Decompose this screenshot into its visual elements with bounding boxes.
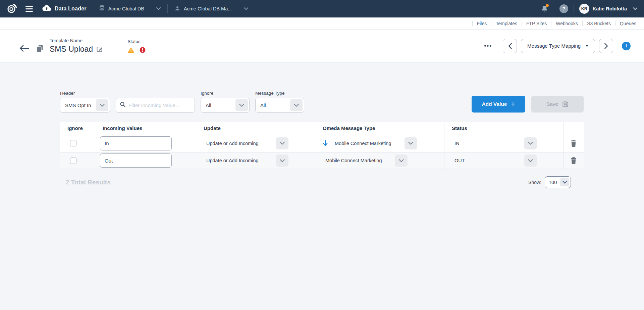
incoming-value-input[interactable] [100, 136, 172, 150]
chevron-down-icon [276, 154, 288, 167]
search-input[interactable] [128, 102, 191, 108]
subnav-item-queues[interactable]: Queues [615, 21, 641, 26]
template-name: SMS Upload [50, 45, 93, 54]
ignore-checkbox[interactable] [70, 158, 76, 164]
page-header: Template Name SMS Upload Status [0, 30, 644, 62]
header-filter-select[interactable]: SMS Opt In [60, 98, 110, 113]
app-title: Data Loader [55, 6, 87, 12]
table-footer: 2 Total Results Show: 100 [60, 176, 584, 188]
message-type-filter-field: Message Type All [255, 91, 304, 113]
info-icon[interactable]: i [622, 42, 631, 50]
search-field-wrap [116, 98, 195, 113]
notifications-button[interactable] [541, 5, 548, 13]
save-icon [562, 101, 569, 107]
ignore-filter-field: Ignore All [201, 91, 250, 113]
subnav-item-webhooks[interactable]: Webhooks [551, 21, 582, 26]
table-header-row: Ignore Incoming Values Update Omeda Mess… [60, 122, 584, 134]
subnav-item-s3-buckets[interactable]: S3 Buckets [582, 21, 615, 26]
chevron-down-icon [560, 178, 569, 186]
col-header-update: Update [196, 122, 315, 134]
delete-row-button[interactable] [570, 139, 577, 147]
mapped-arrow-icon [323, 140, 328, 146]
template-name-block: Template Name SMS Upload [50, 38, 103, 54]
notification-dot [546, 4, 549, 7]
help-button[interactable]: ? [559, 4, 568, 13]
omeda-message-type-select[interactable]: Mobile Connect Marketing [335, 137, 417, 149]
save-button[interactable]: Save [531, 96, 584, 113]
search-icon [120, 102, 125, 108]
page-size-select[interactable]: 100 [545, 176, 571, 188]
more-actions-button[interactable]: ••• [484, 43, 492, 49]
chevron-down-icon [156, 7, 161, 10]
warning-icon[interactable] [127, 47, 135, 53]
chevron-down-icon [395, 154, 408, 167]
update-select[interactable]: Update or Add Incoming [206, 137, 288, 149]
omeda-message-type-select[interactable]: Mobile Connect Marketing [325, 154, 408, 167]
status-block: Status [127, 39, 146, 53]
update-select[interactable]: Update or Add Incoming [206, 154, 288, 167]
chevron-down-icon [405, 137, 417, 149]
caret-down-icon: ▼ [585, 44, 589, 48]
chevron-down-icon [524, 137, 537, 149]
show-label: Show: [528, 180, 541, 185]
main-content: Header SMS Opt In Ignore All [60, 91, 584, 188]
step-dropdown[interactable]: Message Type Mapping ▼ [521, 39, 595, 53]
user-name: Katie Robilotta [593, 6, 627, 11]
col-header-incoming-values: Incoming Values [95, 122, 196, 134]
subnav-item-ftp-sites[interactable]: FTP Sites [522, 21, 551, 26]
status-select[interactable]: IN [454, 137, 537, 149]
incoming-value-input[interactable] [100, 153, 172, 168]
menu-icon[interactable] [25, 6, 33, 12]
topbar: Data Loader Acme Global DB Acme Global D… [0, 0, 644, 17]
ignore-filter-label: Ignore [201, 91, 250, 96]
total-results: 2 Total Results [66, 179, 111, 186]
divider [554, 4, 554, 13]
add-value-button[interactable]: Add Value + [472, 96, 525, 113]
cloud-upload-icon [42, 4, 51, 13]
error-icon[interactable] [140, 47, 146, 53]
col-header-omeda-message-type: Omeda Message Type [315, 122, 444, 134]
table-row: Update or Add Incoming Mobile Connect Ma… [60, 134, 584, 152]
col-header-actions [564, 122, 584, 134]
table-row: Update or Add Incoming Mobile Connect Ma… [60, 152, 584, 169]
edit-icon[interactable] [96, 46, 103, 53]
status-select[interactable]: OUT [454, 154, 537, 167]
topbar-right: ? KR Katie Robilotta [541, 4, 637, 14]
app-header: Data Loader [42, 4, 87, 13]
chevron-down-icon [633, 7, 637, 10]
chevron-down-icon [290, 99, 303, 111]
ignore-filter-select[interactable]: All [201, 98, 250, 113]
previous-step-button[interactable] [503, 39, 517, 53]
database-selector[interactable]: Acme Global DB [98, 3, 162, 14]
next-step-button[interactable] [599, 39, 613, 53]
user-menu[interactable]: KR Katie Robilotta [579, 4, 637, 14]
subnav-item-files[interactable]: Files [472, 21, 491, 26]
filter-actions: Add Value + Save [472, 96, 584, 113]
omeda-logo-icon[interactable] [5, 2, 18, 15]
template-name-label: Template Name [50, 38, 103, 43]
back-button[interactable] [19, 44, 30, 52]
status-label: Status [127, 39, 146, 44]
divider [167, 4, 168, 13]
header-filter-field: Header SMS Opt In [60, 91, 110, 113]
copy-icon[interactable] [36, 45, 44, 53]
mapping-table: Ignore Incoming Values Update Omeda Mess… [60, 122, 584, 169]
database-icon [99, 5, 105, 12]
profile-selector-label: Acme Global DB Ma... [184, 6, 232, 11]
subnav-item-templates[interactable]: Templates [491, 21, 522, 26]
divider [574, 4, 574, 13]
message-type-filter-select[interactable]: All [255, 98, 304, 113]
delete-row-button[interactable] [570, 157, 577, 165]
chevron-down-icon [244, 7, 248, 10]
chevron-down-icon [235, 99, 248, 111]
message-type-filter-label: Message Type [255, 91, 304, 96]
avatar: KR [579, 4, 589, 14]
profile-selector[interactable]: Acme Global DB Ma... [173, 3, 250, 14]
help-icon: ? [562, 6, 565, 11]
subnav: Files Templates FTP Sites Webhooks S3 Bu… [0, 17, 644, 30]
page-size-group: Show: 100 [528, 176, 571, 188]
chevron-down-icon [96, 99, 108, 111]
ignore-checkbox[interactable] [70, 140, 76, 146]
filter-row: Header SMS Opt In Ignore All [60, 91, 584, 113]
chevron-down-icon [524, 154, 537, 167]
